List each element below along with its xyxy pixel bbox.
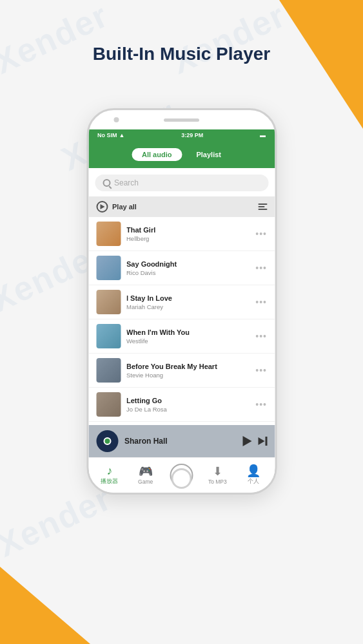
nav-label-0: 播放器 [101, 478, 118, 486]
song-title-0: That Girl [126, 226, 250, 234]
song-item-4[interactable]: Before You Break My HeartStevie Hoang••• [88, 354, 275, 388]
nav-icon-1: 🎮 [139, 466, 153, 477]
carrier-text: No SIM [97, 132, 117, 138]
song-artist-3: Westlife [126, 337, 250, 345]
nav-item-0[interactable]: ♪播放器 [92, 465, 128, 486]
now-playing-bar[interactable]: Sharon Hall [88, 425, 275, 457]
song-thumb-4 [96, 358, 121, 383]
song-more-5[interactable]: ••• [255, 399, 267, 410]
song-item-5[interactable]: Letting GoJo De La Rosa••• [88, 388, 275, 422]
song-item-2[interactable]: I Stay In LoveMariah Carey••• [88, 285, 275, 319]
play-all-row[interactable]: Play all [88, 196, 275, 217]
play-all-left: Play all [96, 201, 137, 213]
decorative-triangle-top [279, 0, 363, 129]
status-bar: No SIM ▲ 3:29 PM ▬ [88, 129, 275, 141]
song-thumb-2 [96, 290, 121, 314]
search-placeholder: Search [114, 178, 139, 187]
wifi-icon: ▲ [119, 132, 125, 138]
menu-line-1 [258, 204, 267, 205]
nav-icon-3: ⬇ [213, 466, 222, 477]
song-info-2: I Stay In LoveMariah Carey [126, 294, 250, 310]
song-artist-0: Hellberg [126, 235, 250, 242]
phone-camera [114, 117, 119, 122]
song-thumb-1 [96, 256, 121, 280]
now-playing-disc-inner [103, 437, 111, 445]
song-more-4[interactable]: ••• [255, 365, 267, 375]
watermark-2: Xender [165, 0, 291, 82]
song-artist-4: Stevie Hoang [126, 372, 250, 379]
nav-item-1[interactable]: 🎮Game [128, 466, 164, 485]
watermark-1: Xender [0, 0, 114, 82]
next-button[interactable] [258, 437, 267, 446]
song-title-4: Before You Break My Heart [126, 363, 250, 370]
song-more-3[interactable]: ••• [255, 331, 267, 341]
tab-playlist[interactable]: Playlist [186, 148, 231, 161]
song-info-5: Letting GoJo De La Rosa [126, 397, 250, 413]
song-title-5: Letting Go [126, 397, 250, 404]
phone-speaker [164, 118, 199, 122]
battery-icon: ▬ [260, 132, 266, 138]
nav-label-4: 个人 [248, 478, 259, 486]
nav-label-1: Game [138, 478, 153, 485]
app-header: All audio Playlist [88, 141, 275, 168]
next-triangle [258, 437, 264, 445]
song-more-1[interactable]: ••• [255, 263, 267, 273]
song-thumb-0 [96, 222, 121, 246]
song-artist-2: Mariah Carey [126, 303, 250, 310]
status-left: No SIM ▲ [97, 132, 124, 138]
page-title: Built-In Music Player [0, 44, 363, 64]
song-info-0: That GirlHellberg [126, 226, 250, 242]
song-list: That GirlHellberg•••Say GoodnightRico Da… [88, 217, 275, 422]
next-bar [265, 437, 267, 446]
song-title-1: Say Goodnight [126, 260, 250, 268]
song-thumb-3 [96, 324, 121, 348]
search-bar[interactable]: Search [95, 175, 268, 191]
nav-label-3: To MP3 [208, 478, 227, 485]
home-button[interactable] [172, 468, 192, 489]
song-artist-1: Rico Davis [126, 269, 250, 276]
nav-item-3[interactable]: ⬇To MP3 [199, 466, 235, 485]
status-time: 3:29 PM [181, 132, 203, 138]
song-info-1: Say GoodnightRico Davis [126, 260, 250, 276]
now-playing-controls [242, 436, 267, 446]
search-icon [103, 179, 110, 187]
song-more-2[interactable]: ••• [255, 297, 267, 307]
play-triangle [100, 204, 104, 209]
nav-item-4[interactable]: 👤个人 [235, 465, 271, 486]
menu-line-2 [258, 206, 264, 207]
song-info-3: When I'm With YouWestlife [126, 328, 250, 345]
song-item-1[interactable]: Say GoodnightRico Davis••• [88, 251, 275, 285]
nav-icon-0: ♪ [106, 465, 112, 477]
app-content: Search Play all That GirlHellberg•••Say … [88, 168, 275, 457]
song-item-0[interactable]: That GirlHellberg••• [88, 217, 275, 251]
play-button[interactable] [242, 436, 251, 446]
song-more-0[interactable]: ••• [255, 229, 267, 239]
nav-icon-4: 👤 [246, 465, 260, 477]
song-title-3: When I'm With You [126, 328, 250, 336]
now-playing-title: Sharon Hall [124, 437, 236, 446]
decorative-triangle-bottom [0, 567, 90, 644]
tab-all-audio[interactable]: All audio [132, 148, 182, 161]
phone-frame: No SIM ▲ 3:29 PM ▬ All audio Playlist Se… [86, 108, 277, 495]
song-info-4: Before You Break My HeartStevie Hoang [126, 363, 250, 379]
status-right: ▬ [260, 132, 266, 138]
play-all-label: Play all [112, 203, 137, 211]
song-artist-5: Jo De La Rosa [126, 406, 250, 413]
now-playing-disc [96, 430, 118, 452]
menu-line-3 [258, 209, 267, 210]
song-title-2: I Stay In Love [126, 294, 250, 302]
play-all-icon [96, 201, 108, 213]
playlist-icon [258, 204, 267, 210]
song-thumb-5 [96, 392, 121, 417]
song-item-3[interactable]: When I'm With YouWestlife••• [88, 319, 275, 354]
